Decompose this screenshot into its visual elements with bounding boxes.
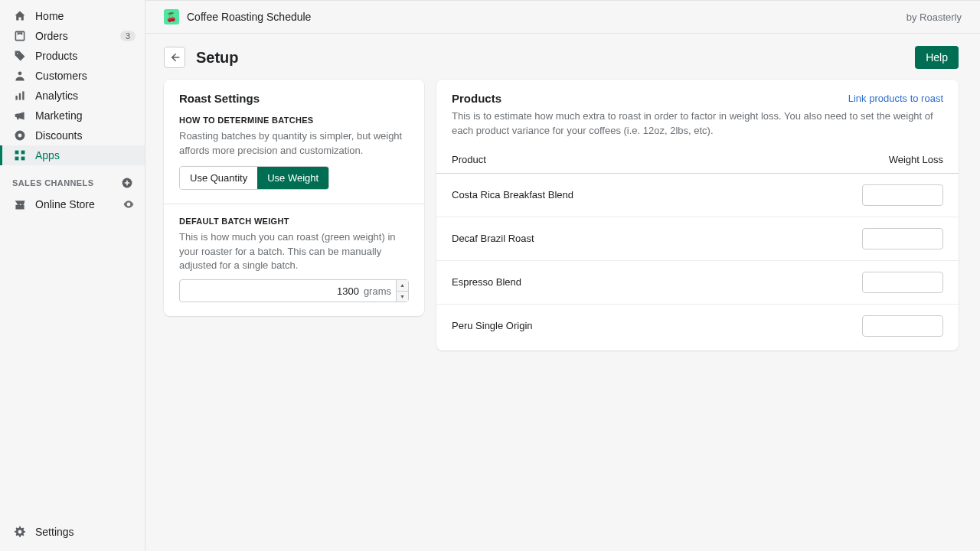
person-icon [12, 68, 28, 83]
plus-circle-icon [121, 177, 133, 189]
weight-loss-field: %▲▼ [862, 315, 943, 337]
page-title: Setup [196, 49, 239, 67]
discount-icon [12, 128, 28, 143]
weight-loss-field: %▲▼ [862, 228, 943, 249]
weight-loss-input[interactable] [863, 185, 980, 205]
product-row: Peru Single Origin%▲▼ [436, 305, 959, 350]
link-products-link[interactable]: Link products to roast [848, 93, 943, 104]
eye-icon [122, 198, 135, 210]
nav-online-store[interactable]: Online Store [0, 194, 145, 214]
products-description: This is to estimate how much extra to ro… [436, 109, 959, 148]
nav-label: Discounts [35, 129, 82, 142]
roast-settings-title: Roast Settings [179, 92, 409, 105]
nav-label: Home [35, 10, 64, 22]
batches-label: HOW TO DETERMINE BATCHES [179, 116, 409, 125]
default-weight-label: DEFAULT BATCH WEIGHT [179, 217, 409, 226]
svg-rect-8 [21, 151, 25, 155]
svg-rect-2 [15, 96, 17, 100]
sales-channels-header: SALES CHANNELS [0, 165, 145, 194]
analytics-icon [12, 88, 28, 103]
default-weight-input[interactable] [180, 280, 364, 302]
svg-rect-9 [15, 157, 19, 161]
orders-icon [12, 28, 28, 44]
nav-apps[interactable]: Apps [0, 145, 145, 165]
products-table-header: Product Weight Loss [436, 148, 959, 174]
primary-nav: Home Orders 3 Products Customers Analyti… [0, 6, 145, 165]
nav-orders[interactable]: Orders 3 [0, 26, 145, 46]
nav-analytics[interactable]: Analytics [0, 86, 145, 106]
store-icon [12, 197, 28, 212]
svg-point-1 [18, 71, 22, 75]
nav-label: Online Store [35, 198, 95, 210]
weight-loss-field: %▲▼ [862, 184, 943, 206]
nav-settings[interactable]: Settings [0, 519, 145, 545]
products-title: Products [452, 92, 501, 105]
nav-marketing[interactable]: Marketing [0, 106, 145, 126]
svg-rect-3 [19, 93, 21, 100]
orders-badge: 3 [120, 31, 136, 41]
product-name: Costa Rica Breakfast Blend [452, 189, 862, 201]
batches-description: Roasting batches by quantity is simpler,… [179, 129, 409, 158]
channels-nav: Online Store [0, 194, 145, 214]
add-channel-button[interactable] [120, 176, 134, 190]
nav-label: Apps [35, 149, 60, 161]
page-header: Setup Help [164, 46, 959, 69]
product-row: Espresso Blend%▲▼ [436, 261, 959, 305]
sales-channels-label: SALES CHANNELS [12, 178, 93, 187]
svg-rect-4 [22, 91, 24, 99]
view-store-button[interactable] [122, 197, 136, 211]
app-byline: by Roasterly [906, 11, 962, 23]
nav-customers[interactable]: Customers [0, 66, 145, 86]
col-weight-loss: Weight Loss [851, 154, 943, 165]
weight-loss-input[interactable] [863, 272, 980, 292]
app-badge-icon: 🍒 [164, 9, 179, 24]
use-quantity-button[interactable]: Use Quantity [180, 167, 257, 189]
weight-step-up[interactable]: ▲ [397, 280, 408, 292]
col-product: Product [452, 154, 851, 165]
default-weight-unit: grams [364, 280, 396, 302]
weight-loss-input[interactable] [863, 229, 980, 249]
nav-label: Settings [35, 526, 74, 538]
nav-products[interactable]: Products [0, 46, 145, 66]
nav-label: Analytics [35, 90, 78, 102]
home-icon [12, 8, 28, 24]
sidebar: Home Orders 3 Products Customers Analyti… [0, 0, 145, 551]
megaphone-icon [12, 108, 28, 123]
nav-label: Orders [35, 30, 68, 42]
default-weight-description: This is how much you can roast (green we… [179, 230, 409, 274]
use-weight-button[interactable]: Use Weight [257, 167, 328, 189]
arrow-left-icon [168, 51, 181, 64]
nav-label: Customers [35, 70, 87, 82]
nav-label: Marketing [35, 109, 82, 122]
nav-home[interactable]: Home [0, 6, 145, 26]
weight-loss-input[interactable] [863, 316, 980, 336]
default-weight-field: grams ▲ ▼ [179, 279, 409, 302]
svg-point-6 [18, 134, 22, 138]
app-title: Coffee Roasting Schedule [187, 11, 311, 23]
gear-icon [12, 524, 28, 540]
product-row: Costa Rica Breakfast Blend%▲▼ [436, 174, 959, 217]
svg-rect-7 [15, 151, 19, 155]
app-topbar: 🍒 Coffee Roasting Schedule by Roasterly [145, 0, 980, 34]
weight-stepper: ▲ ▼ [396, 280, 408, 302]
weight-loss-field: %▲▼ [862, 272, 943, 293]
weight-step-down[interactable]: ▼ [397, 292, 408, 302]
main: 🍒 Coffee Roasting Schedule by Roasterly … [145, 0, 980, 551]
back-button[interactable] [164, 47, 185, 68]
roast-settings-card: Roast Settings HOW TO DETERMINE BATCHES … [164, 80, 424, 316]
products-table-body: Costa Rica Breakfast Blend%▲▼Decaf Brazi… [436, 174, 959, 350]
product-name: Decaf Brazil Roast [452, 233, 862, 244]
nav-label: Products [35, 50, 77, 62]
help-button[interactable]: Help [915, 46, 959, 69]
product-name: Espresso Blend [452, 276, 862, 288]
apps-icon [12, 148, 28, 163]
tag-icon [12, 48, 28, 64]
svg-rect-10 [21, 157, 25, 161]
nav-discounts[interactable]: Discounts [0, 126, 145, 145]
product-name: Peru Single Origin [452, 320, 862, 331]
products-card: Products Link products to roast This is … [436, 80, 959, 350]
product-row: Decaf Brazil Roast%▲▼ [436, 217, 959, 261]
batch-mode-segmented: Use Quantity Use Weight [179, 166, 329, 190]
